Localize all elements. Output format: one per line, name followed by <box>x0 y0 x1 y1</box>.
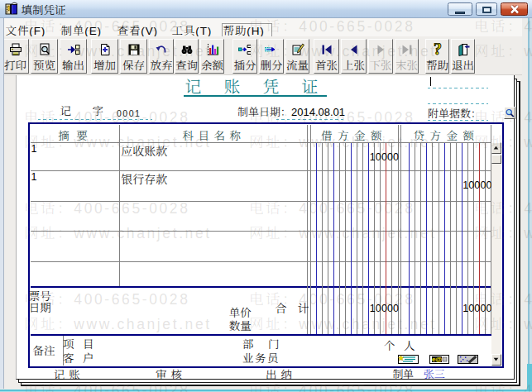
svg-text:e@: e@ <box>431 356 441 363</box>
svg-text:?: ? <box>434 43 442 56</box>
